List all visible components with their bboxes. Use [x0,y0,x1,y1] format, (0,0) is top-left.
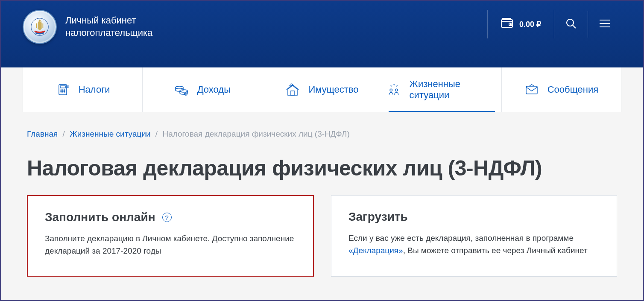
breadcrumb-section[interactable]: Жизненные ситуации [70,129,150,138]
header-title: Личный кабинет налогоплательщика [65,15,152,39]
tab-label: Налоги [79,84,110,95]
page-title: Налоговая декларация физических лиц (3-Н… [27,156,617,181]
upload-text-before: Если у вас уже есть декларация, заполнен… [348,234,574,243]
breadcrumb-sep: / [155,129,158,138]
card-title: Загрузить [348,210,600,224]
card-upload[interactable]: Загрузить Если у вас уже есть декларация… [331,195,617,277]
svg-text:?: ? [393,83,395,87]
upload-text-after: , Вы можете отправить ее через Личный ка… [403,246,588,255]
svg-point-12 [64,91,65,92]
svg-rect-23 [526,86,537,94]
help-icon[interactable]: ? [162,213,172,222]
tab-life-situations[interactable]: ? ? ? Жизненные ситуации [382,67,502,112]
main-tabs: ₽ Налоги Доходы Имущество [23,67,621,112]
header-title-line2: налогоплательщика [65,27,152,38]
tab-label: Доходы [197,84,231,95]
svg-text:?: ? [395,84,398,88]
header: Личный кабинет налогоплательщика 0.00 ₽ [1,1,643,67]
tab-taxes[interactable]: ₽ Налоги [23,67,143,112]
wallet-balance[interactable]: 0.00 ₽ [487,10,554,38]
tab-label: Имущество [308,84,358,95]
balance-value: 0.00 ₽ [519,20,541,29]
calculator-icon: ₽ [56,83,70,96]
tab-messages[interactable]: Сообщения [502,67,621,112]
card-text: Заполните декларацию в Личном кабинете. … [45,233,296,257]
svg-point-14 [176,86,183,89]
house-icon [285,83,300,96]
breadcrumb-sep: / [63,129,65,138]
content: Главная / Жизненные ситуации / Налоговая… [1,112,643,277]
svg-rect-17 [291,91,294,95]
header-title-line1: Личный кабинет [65,15,136,26]
svg-point-18 [390,89,392,91]
tab-label: Сообщения [547,84,598,95]
tab-label: Жизненные ситуации [410,79,497,101]
svg-rect-6 [60,86,65,88]
fns-logo [23,10,57,44]
svg-text:₽: ₽ [67,85,69,89]
menu-button[interactable] [588,11,621,38]
coins-icon [174,83,189,96]
card-fill-online[interactable]: Заполнить онлайн ? Заполните декларацию … [27,195,314,277]
svg-point-7 [61,90,61,91]
hamburger-icon [599,19,610,30]
card-text: Если у вас уже есть декларация, заполнен… [348,232,600,257]
action-cards: Заполнить онлайн ? Заполните декларацию … [27,195,617,277]
card-title-text: Загрузить [348,210,408,224]
svg-text:?: ? [390,84,392,88]
svg-point-19 [395,89,397,91]
svg-point-11 [62,91,63,92]
breadcrumb-home[interactable]: Главная [27,129,58,138]
card-title: Заполнить онлайн ? [45,210,296,224]
wallet-icon [501,18,513,31]
people-question-icon: ? ? ? [386,83,401,96]
svg-point-4 [567,19,574,26]
header-left: Личный кабинет налогоплательщика [23,10,152,44]
svg-point-9 [64,90,65,91]
search-button[interactable] [554,10,588,38]
declaration-program-link[interactable]: «Декларация» [348,246,403,255]
svg-point-8 [62,90,63,91]
svg-point-3 [510,24,512,25]
tab-property[interactable]: Имущество [262,67,382,112]
envelope-icon [524,83,539,96]
search-icon [565,18,577,31]
svg-point-10 [61,91,61,92]
breadcrumb: Главная / Жизненные ситуации / Налоговая… [27,129,617,139]
header-right: 0.00 ₽ [487,10,621,38]
tab-income[interactable]: Доходы [143,67,262,112]
breadcrumb-current: Налоговая декларация физических лиц (3-Н… [162,129,349,138]
card-title-text: Заполнить онлайн [45,210,155,224]
